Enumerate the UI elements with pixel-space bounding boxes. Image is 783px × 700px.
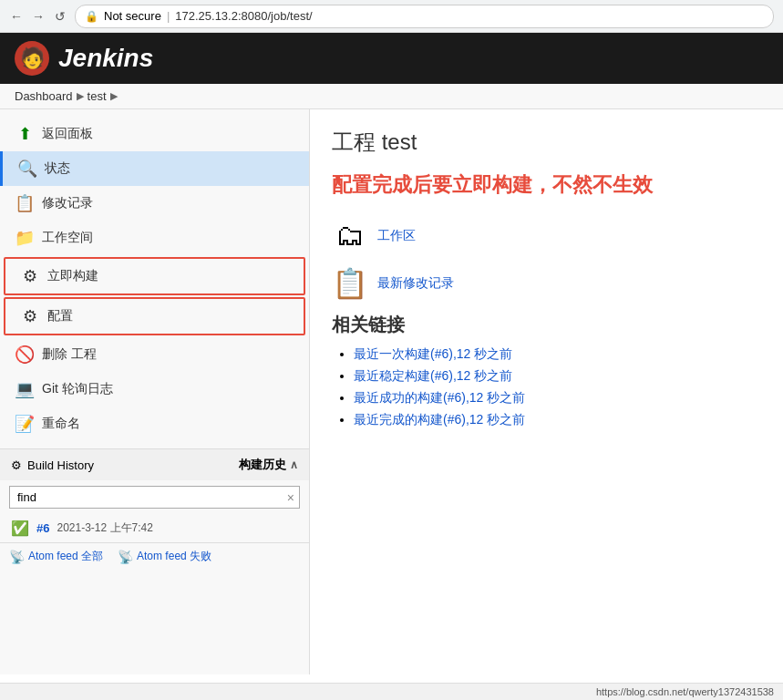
sidebar-item-back-to-dashboard[interactable]: ⬆ 返回面板	[0, 117, 309, 151]
content-area: 工程 test 配置完成后要立即构建，不然不生效 🗂 工作区 📋 最新修改记录 …	[310, 109, 783, 674]
lock-icon: 🔒	[85, 10, 98, 23]
atom-feed-bar: 📡 Atom feed 全部 📡 Atom feed 失败	[0, 542, 309, 570]
sidebar-label-workspace: 工作空间	[42, 230, 93, 246]
change-record-link[interactable]: 最新修改记录	[377, 275, 454, 292]
build-time: 2021-3-12 上午7:42	[57, 520, 152, 536]
sidebar-item-workspace[interactable]: 📁 工作空间	[0, 221, 309, 255]
sidebar-label-git-log: Git 轮询日志	[42, 381, 113, 397]
build-history-header: ⚙ Build History 构建历史 ∧	[0, 448, 309, 480]
related-link-3[interactable]: 最近完成的构建(#6),12 秒之前	[354, 412, 525, 427]
build-history-label-zh: 构建历史	[239, 457, 286, 473]
search-clear-button[interactable]: ×	[287, 490, 294, 505]
configure-icon: ⚙	[20, 306, 40, 326]
forward-button[interactable]: →	[31, 9, 46, 24]
sidebar-item-status[interactable]: 🔍 状态	[0, 151, 309, 186]
annotation-text: 配置完成后要立即构建，不然不生效	[332, 171, 761, 200]
build-search-box: ×	[9, 486, 300, 509]
sidebar-item-change-record[interactable]: 📋 修改记录	[0, 186, 309, 221]
jenkins-logo: 🧑	[15, 41, 49, 76]
breadcrumb-test[interactable]: test	[88, 89, 107, 103]
address-bar[interactable]: 🔒 Not secure | 172.25.13.2:8080/job/test…	[75, 5, 774, 28]
sidebar-label-rename: 重命名	[42, 416, 80, 432]
build-history-label-en: Build History	[27, 458, 94, 472]
build-item: ✅ #6 2021-3-12 上午7:42	[0, 514, 309, 542]
build-number-link[interactable]: #6	[36, 521, 49, 535]
workspace-row: 🗂 工作区	[332, 218, 761, 254]
back-button[interactable]: ←	[9, 9, 24, 24]
git-log-icon: 💻	[15, 379, 35, 399]
sidebar-item-build-now[interactable]: ⚙ 立即构建	[4, 257, 305, 295]
related-link-2[interactable]: 最近成功的构建(#6),12 秒之前	[354, 390, 525, 405]
main-layout: ⬆ 返回面板 🔍 状态 📋 修改记录 📁 工作空间 ⚙ 立即构建 ⚙ 配置	[0, 109, 783, 674]
sidebar-label-configure: 配置	[47, 308, 73, 324]
delete-icon: 🚫	[15, 345, 35, 365]
atom-icon-1: 📡	[9, 550, 25, 564]
breadcrumb: Dashboard ▶ test ▶	[0, 84, 783, 109]
sidebar-label-back: 返回面板	[42, 126, 93, 142]
address-text: 172.25.13.2:8080/job/test/	[175, 9, 312, 23]
sidebar-item-configure[interactable]: ⚙ 配置	[4, 297, 305, 335]
workspace-icon-box: 🗂	[332, 218, 368, 254]
jenkins-header: 🧑 Jenkins	[0, 33, 783, 84]
sidebar: ⬆ 返回面板 🔍 状态 📋 修改记录 📁 工作空间 ⚙ 立即构建 ⚙ 配置	[0, 109, 310, 674]
page-title: 工程 test	[332, 128, 761, 157]
build-now-icon: ⚙	[20, 266, 40, 286]
search-icon: 🔍	[17, 159, 37, 179]
browser-bar: ← → ↺ 🔒 Not secure | 172.25.13.2:8080/jo…	[0, 0, 783, 33]
reload-button[interactable]: ↺	[53, 9, 67, 24]
breadcrumb-sep1: ▶	[77, 90, 84, 102]
sidebar-label-change-record: 修改记录	[42, 195, 93, 211]
back-icon: ⬆	[15, 124, 35, 144]
related-link-item-0: 最近一次构建(#6),12 秒之前	[354, 346, 761, 363]
workspace-folder-icon: 🗂	[335, 219, 365, 252]
atom-feed-fail-link[interactable]: Atom feed 失败	[137, 549, 211, 564]
sidebar-label-status: 状态	[45, 160, 70, 177]
atom-feed-all-link[interactable]: Atom feed 全部	[28, 549, 103, 564]
status-text: https://blog.csdn.net/qwerty1372431538	[596, 686, 774, 697]
change-record-row: 📋 最新修改记录	[332, 265, 761, 302]
not-secure-label: Not secure	[104, 9, 161, 23]
sidebar-item-git-log[interactable]: 💻 Git 轮询日志	[0, 372, 309, 407]
change-record-icon-box: 📋	[332, 265, 368, 302]
build-search-input[interactable]	[9, 486, 300, 509]
related-links-title: 相关链接	[332, 313, 761, 337]
related-link-item-1: 最近稳定构建(#6),12 秒之前	[354, 368, 761, 385]
workspace-icon: 📁	[15, 228, 35, 248]
related-link-1[interactable]: 最近稳定构建(#6),12 秒之前	[354, 368, 512, 383]
change-record-icon: 📋	[15, 193, 35, 213]
build-history-icon: ⚙	[11, 458, 22, 472]
sidebar-item-rename[interactable]: 📝 重命名	[0, 407, 309, 441]
related-links: 相关链接 最近一次构建(#6),12 秒之前 最近稳定构建(#6),12 秒之前…	[332, 313, 761, 428]
breadcrumb-dashboard[interactable]: Dashboard	[15, 89, 73, 103]
sidebar-item-delete-project[interactable]: 🚫 删除 工程	[0, 337, 309, 372]
build-history-right[interactable]: 构建历史 ∧	[239, 457, 298, 473]
related-link-item-2: 最近成功的构建(#6),12 秒之前	[354, 390, 761, 407]
status-bar: https://blog.csdn.net/qwerty1372431538	[0, 683, 783, 700]
sidebar-label-delete: 删除 工程	[42, 346, 97, 363]
change-record-notebook-icon: 📋	[332, 266, 368, 301]
workspace-link[interactable]: 工作区	[377, 228, 416, 244]
rename-icon: 📝	[15, 414, 35, 434]
related-link-0[interactable]: 最近一次构建(#6),12 秒之前	[354, 346, 512, 361]
jenkins-title: Jenkins	[58, 44, 153, 73]
sidebar-label-build-now: 立即构建	[47, 268, 98, 284]
collapse-icon[interactable]: ∧	[290, 458, 298, 471]
build-history-left: ⚙ Build History	[11, 458, 94, 472]
atom-icon-2: 📡	[118, 550, 133, 564]
related-links-list: 最近一次构建(#6),12 秒之前 最近稳定构建(#6),12 秒之前 最近成功…	[332, 346, 761, 428]
breadcrumb-sep2: ▶	[110, 90, 118, 102]
related-link-item-3: 最近完成的构建(#6),12 秒之前	[354, 412, 761, 428]
build-status-icon: ✅	[11, 520, 29, 537]
